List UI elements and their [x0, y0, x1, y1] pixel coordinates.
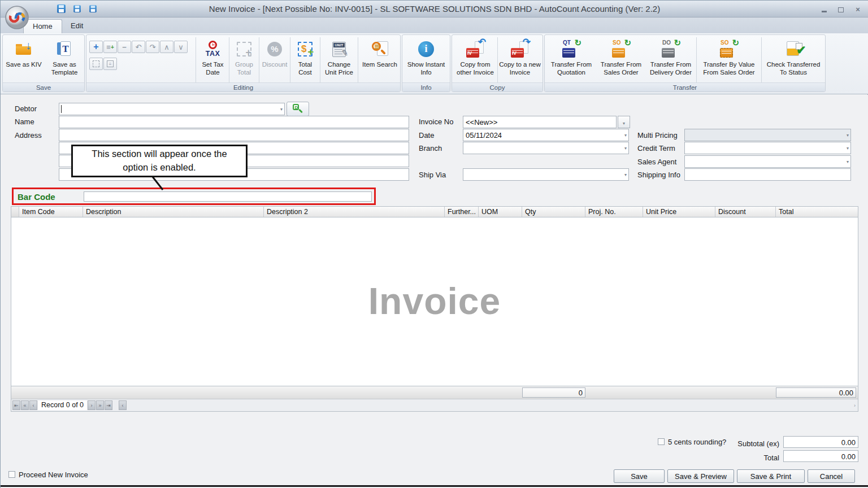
transfer-from-quotation-button[interactable]: QT ↻ Transfer From Quotation	[547, 36, 596, 84]
sales-agent-combo[interactable]: ▾	[684, 155, 851, 168]
insert-row-icon[interactable]: ≡+	[103, 41, 117, 53]
last-record-button[interactable]: ⇥	[105, 400, 112, 410]
column-header-qty[interactable]: Qty	[522, 207, 585, 217]
total-cost-button[interactable]: $+ Total Cost	[292, 36, 319, 84]
proceed-new-invoice-checkbox[interactable]	[8, 471, 15, 478]
transfer-from-sales-order-button[interactable]: SO ↻ Transfer From Sales Order	[597, 36, 645, 84]
copy-from-invoice-icon: IV ↶	[466, 39, 484, 59]
grid-body[interactable]: Invoice	[11, 217, 858, 386]
barcode-input[interactable]	[84, 191, 372, 202]
invoice-no-input[interactable]: <<New>>	[463, 116, 617, 128]
window-bottom-edge	[1, 485, 868, 487]
tab-edit[interactable]: Edit	[62, 19, 92, 33]
proceed-new-invoice-label: Proceed New Invoice	[19, 470, 88, 479]
add-row-icon[interactable]: +	[89, 41, 103, 53]
chevron-down-icon[interactable]: ▾	[624, 133, 627, 138]
delivery-order-transfer-icon: DO ↻	[662, 39, 680, 59]
restore-button[interactable]	[837, 6, 845, 12]
column-header-total[interactable]: Total	[776, 207, 858, 217]
move-down-icon[interactable]: ∨	[174, 41, 188, 53]
check-transferred-button[interactable]: ✔ Check Transferred To Status	[763, 36, 824, 84]
transfer-from-delivery-order-button[interactable]: DO ↻ Transfer From Delivery Order	[646, 36, 695, 84]
callout-annotation: This section will appear once the option…	[71, 145, 248, 177]
transfer-by-value-button[interactable]: SO ↻ Transfer By Value From Sales Order	[698, 36, 760, 84]
ribbon-group-save: ↓ Save as KIV T Save as Template Save	[2, 34, 85, 92]
name-input[interactable]	[59, 116, 409, 128]
prev-page-button[interactable]: «	[21, 400, 29, 410]
column-header-uom[interactable]: UOM	[479, 207, 522, 217]
close-button[interactable]: ×	[854, 6, 862, 12]
copy-from-other-invoice-button[interactable]: IV ↶ Copy from other Invoice	[454, 36, 497, 84]
credit-term-combo[interactable]: ▾	[684, 142, 851, 154]
item-list-icon[interactable]: ≡	[103, 58, 117, 70]
item-search-button[interactable]: Item Search	[359, 36, 400, 84]
delete-row-icon[interactable]: −	[118, 41, 131, 53]
copy-to-invoice-icon: IV ↷	[511, 39, 529, 59]
redo-icon[interactable]: ↷	[146, 41, 159, 53]
set-tax-date-button[interactable]: TAX Set Tax Date	[198, 36, 228, 84]
show-instant-info-button[interactable]: i Show Instant Info	[404, 36, 448, 84]
copy-to-new-invoice-button[interactable]: IV ↷ Copy to a new Invoice	[498, 36, 541, 84]
undo-icon[interactable]: ↶	[132, 41, 145, 53]
column-header-proj-no[interactable]: Proj. No.	[585, 207, 643, 217]
chevron-down-icon: ▾	[847, 133, 849, 138]
move-up-icon[interactable]: ∧	[160, 41, 173, 53]
ribbon-group-editing: + ≡+ − ↶ ↷ ∧ ∨ ≡ TAX Set Tax Date	[86, 34, 401, 92]
ship-via-combo[interactable]: ▾	[463, 168, 629, 181]
chevron-down-icon[interactable]: ▾	[847, 159, 849, 164]
prev-record-button[interactable]: ‹	[29, 400, 37, 410]
column-header-unit-price[interactable]: Unit Price	[643, 207, 715, 217]
save-as-template-button[interactable]: T Save as Template	[45, 36, 84, 84]
quotation-transfer-icon: QT ↻	[562, 39, 580, 59]
next-page-button[interactable]: »	[96, 400, 104, 410]
save-as-kiv-button[interactable]: ↓ Save as KIV	[4, 36, 44, 84]
debtor-combo[interactable]: ▾	[59, 103, 285, 115]
name-label: Name	[15, 117, 34, 126]
debtor-search-button[interactable]: D	[287, 102, 309, 116]
scroll-right-button[interactable]: ›	[854, 403, 856, 408]
invoice-items-grid: Item Code Description Description 2 Furt…	[11, 206, 858, 412]
address-line1-input[interactable]	[59, 129, 409, 141]
save-group-label: Save	[3, 82, 84, 91]
info-group-label: Info	[402, 82, 450, 91]
chevron-down-icon[interactable]: ▾	[624, 172, 627, 177]
credit-term-label: Credit Term	[637, 144, 675, 152]
callout-pointer-line	[145, 176, 170, 192]
chevron-down-icon[interactable]: ▾	[847, 146, 849, 151]
column-header-discount[interactable]: Discount	[715, 207, 776, 217]
date-input[interactable]: 05/11/2024▾	[463, 129, 629, 141]
first-record-button[interactable]: ⇤	[12, 400, 20, 410]
branch-combo[interactable]: ▾	[463, 142, 629, 154]
check-transferred-icon: ✔	[785, 39, 801, 59]
invoice-no-label: Invoice No	[419, 117, 453, 126]
column-header-description2[interactable]: Description 2	[264, 207, 445, 217]
debtor-label: Debtor	[15, 104, 37, 113]
chevron-down-icon[interactable]: ▾	[624, 146, 627, 151]
chevron-down-icon[interactable]: ▾	[280, 107, 283, 112]
footer-amount-total: 0.00	[776, 387, 856, 398]
rounding-checkbox[interactable]	[658, 438, 665, 445]
save-button[interactable]: Save	[614, 469, 665, 483]
cancel-button[interactable]: Cancel	[808, 469, 855, 483]
save-and-preview-button[interactable]: Save & Preview	[667, 469, 734, 483]
debtor-search-icon: D	[293, 104, 303, 114]
column-header-further[interactable]: Further...	[445, 207, 479, 217]
save-and-print-button[interactable]: Save & Print	[737, 469, 805, 483]
column-header-item-code[interactable]: Item Code	[19, 207, 83, 217]
next-record-button[interactable]: ›	[88, 400, 96, 410]
shipping-info-input[interactable]	[684, 168, 851, 181]
column-header-description[interactable]: Description	[83, 207, 264, 217]
shipping-info-label: Shipping Info	[637, 171, 680, 179]
total-label: Total	[735, 454, 779, 462]
change-unit-price-button[interactable]: UNIT✎ Change Unit Price	[322, 36, 357, 84]
barcode-label: Bar Code	[18, 192, 55, 202]
app-window: New Invoice - [Next Possible No: INV-001…	[0, 0, 868, 488]
invoice-no-dropdown-button[interactable]: ▾	[618, 116, 630, 128]
ribbon-group-transfer: QT ↻ Transfer From Quotation SO ↻ Transf…	[544, 34, 826, 92]
scroll-left-button[interactable]: ‹	[119, 400, 127, 410]
branch-label: Branch	[419, 144, 442, 152]
range-select-icon[interactable]	[89, 58, 103, 70]
multi-pricing-label: Multi Pricing	[637, 131, 678, 140]
minimize-button[interactable]	[820, 6, 828, 12]
autocount-logo-icon[interactable]	[5, 5, 29, 30]
